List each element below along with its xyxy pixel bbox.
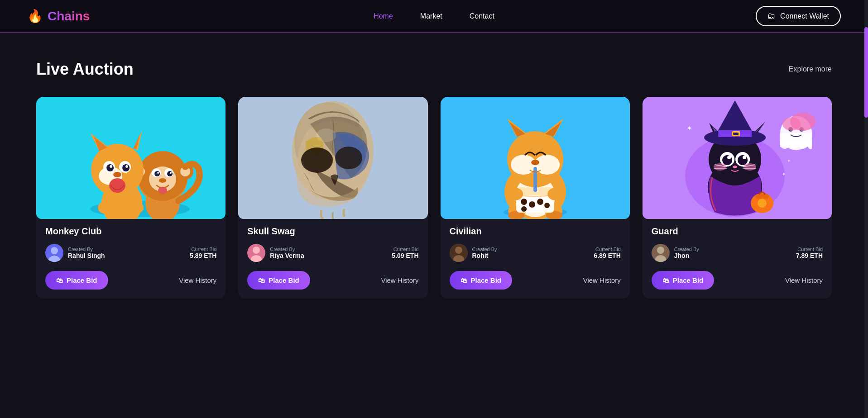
- card-2-title: Skull Swag: [247, 226, 418, 237]
- card-3-bid-value: 6.89 ETH: [594, 252, 621, 259]
- card-3-title: Civilian: [450, 226, 621, 237]
- card-1-avatar: [45, 244, 63, 262]
- svg-point-71: [544, 203, 550, 208]
- card-4-title: Guard: [652, 226, 823, 237]
- nft-image-cat: ✦ ✦ ✦: [643, 97, 832, 219]
- svg-point-16: [159, 178, 166, 183]
- nav-contact[interactable]: Contact: [470, 12, 494, 20]
- card-1-title: Monkey Club: [45, 226, 216, 237]
- skull-artwork: [238, 97, 427, 219]
- card-3-creator: Created By Rohit: [450, 244, 497, 262]
- card-3-bid-label: Current Bid: [594, 247, 621, 252]
- svg-point-28: [106, 164, 114, 171]
- card-3-bid-btn-label: Place Bid: [471, 276, 502, 284]
- card-1-actions: 🛍 Place Bid View History: [36, 271, 225, 290]
- svg-text:✦: ✦: [787, 158, 791, 163]
- card-1-bid: Current Bid 5.89 ETH: [190, 247, 216, 259]
- card-2-bid-label: Current Bid: [392, 247, 418, 252]
- nft-card-3: Civilian Created By Rohit Current Bid 6: [441, 97, 630, 299]
- card-1-place-bid-button[interactable]: 🛍 Place Bid: [45, 271, 108, 290]
- svg-point-106: [733, 166, 737, 168]
- svg-point-34: [98, 201, 114, 214]
- bid-icon-2: 🛍: [258, 276, 265, 284]
- svg-point-68: [521, 199, 527, 205]
- card-2-creator: Created By Riya Verma: [247, 244, 304, 262]
- card-3-actions: 🛍 Place Bid View History: [441, 271, 630, 290]
- svg-point-15: [170, 172, 172, 174]
- card-3-place-bid-button[interactable]: 🛍 Place Bid: [450, 271, 513, 290]
- svg-point-101: [738, 155, 748, 165]
- nav-market[interactable]: Market: [420, 12, 442, 20]
- flame-icon: 🔥: [27, 9, 43, 24]
- card-2-bid-btn-label: Place Bid: [269, 276, 299, 284]
- card-2-bid: Current Bid 5.09 ETH: [392, 247, 418, 259]
- connect-wallet-button[interactable]: 🗂 Connect Wallet: [756, 6, 841, 26]
- card-4-avatar: [652, 244, 670, 262]
- scrollbar-thumb[interactable]: [864, 27, 868, 118]
- svg-point-103: [743, 156, 746, 159]
- card-1-creator-name: Rahul Singh: [68, 252, 105, 259]
- svg-point-46: [253, 247, 260, 254]
- nft-image-shiba: [441, 97, 630, 219]
- card-4-actions: 🛍 Place Bid View History: [643, 271, 832, 290]
- svg-point-102: [727, 156, 731, 159]
- nav-links: Home Market Contact: [374, 12, 494, 20]
- monkey-artwork: [36, 97, 225, 219]
- card-1-creator: Created By Rahul Singh: [45, 244, 105, 262]
- nft-cards-grid: Monkey Club Created By Rahul Singh Curre…: [36, 97, 832, 299]
- svg-point-73: [507, 188, 523, 200]
- svg-point-70: [537, 199, 543, 205]
- card-3-view-history-button[interactable]: View History: [583, 276, 621, 284]
- card-4-bid-btn-label: Place Bid: [673, 276, 704, 284]
- card-2-actions: 🛍 Place Bid View History: [238, 271, 427, 290]
- svg-point-37: [51, 247, 58, 254]
- nav-home[interactable]: Home: [374, 12, 393, 20]
- card-1-body: Monkey Club Created By Rahul Singh Curre…: [36, 226, 225, 262]
- svg-point-13: [167, 171, 173, 176]
- card-4-bid-label: Current Bid: [796, 247, 823, 252]
- card-3-creator-name: Rohit: [472, 252, 497, 259]
- svg-point-32: [113, 172, 121, 177]
- card-1-bid-btn-label: Place Bid: [67, 276, 97, 284]
- nft-image-skull: [238, 97, 427, 219]
- svg-point-44: [316, 128, 336, 142]
- card-2-place-bid-button[interactable]: 🛍 Place Bid: [247, 271, 310, 290]
- svg-point-85: [782, 117, 801, 131]
- logo-text: Chains: [48, 9, 90, 24]
- bid-icon-1: 🛍: [56, 276, 63, 284]
- card-2-view-history-button[interactable]: View History: [381, 276, 418, 284]
- card-4-view-history-button[interactable]: View History: [785, 276, 823, 284]
- svg-point-30: [110, 165, 112, 168]
- card-4-creator-details: Created By Jhon: [674, 247, 699, 259]
- explore-more-link[interactable]: Explore more: [789, 65, 832, 73]
- svg-rect-67: [533, 186, 537, 192]
- svg-point-14: [157, 172, 159, 174]
- svg-point-92: [758, 199, 767, 208]
- nft-card-2: Skull Swag Created By Riya Verma Current…: [238, 97, 427, 299]
- svg-point-31: [125, 165, 128, 168]
- svg-point-33: [109, 178, 125, 193]
- shiba-artwork: [441, 97, 630, 219]
- svg-point-105: [743, 163, 756, 171]
- svg-point-72: [521, 206, 527, 212]
- card-3-body: Civilian Created By Rohit Current Bid 6: [441, 226, 630, 262]
- svg-point-43: [335, 147, 362, 169]
- card-1-bid-label: Current Bid: [190, 247, 216, 252]
- card-1-view-history-button[interactable]: View History: [179, 276, 216, 284]
- nft-image-monkey: [36, 97, 225, 219]
- card-2-creator-name: Riya Verma: [270, 252, 304, 259]
- svg-point-35: [127, 201, 144, 214]
- card-3-bid: Current Bid 6.89 ETH: [594, 247, 621, 259]
- svg-text:✦: ✦: [686, 124, 692, 132]
- card-4-place-bid-button[interactable]: 🛍 Place Bid: [652, 271, 715, 290]
- svg-point-42: [301, 147, 333, 173]
- cat-artwork: ✦ ✦ ✦: [643, 97, 832, 219]
- svg-point-63: [531, 160, 539, 165]
- card-2-bid-value: 5.09 ETH: [392, 252, 418, 259]
- card-1-meta: Created By Rahul Singh Current Bid 5.89 …: [45, 244, 216, 262]
- card-1-creator-label: Created By: [68, 247, 105, 252]
- svg-point-12: [154, 171, 160, 176]
- section-header: Live Auction Explore more: [36, 60, 832, 79]
- svg-point-29: [122, 164, 129, 171]
- svg-point-76: [455, 247, 462, 254]
